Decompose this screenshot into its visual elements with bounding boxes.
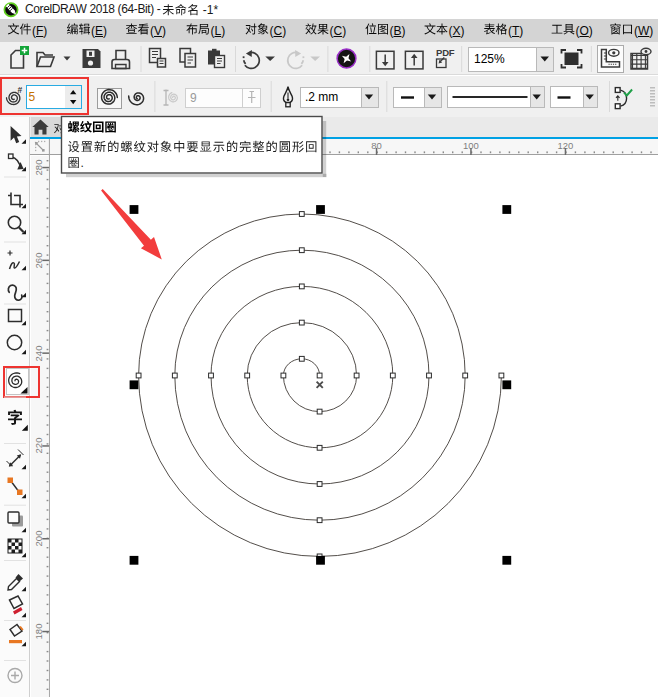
svg-text:.: .	[81, 156, 84, 170]
svg-text:#: #	[18, 85, 23, 95]
svg-text:PDF: PDF	[436, 47, 455, 58]
svg-text:-1*: -1*	[203, 3, 219, 17]
